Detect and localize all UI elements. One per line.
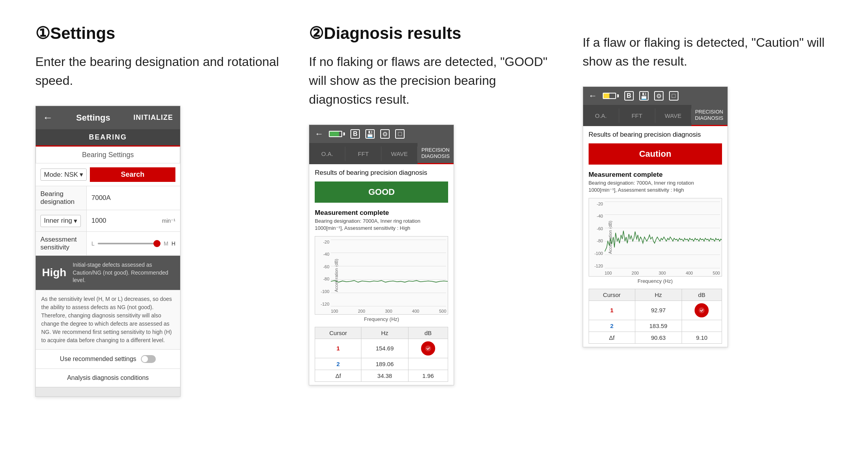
hz-delta: 34.38 xyxy=(361,370,408,381)
good-battery-bar xyxy=(329,131,342,137)
caution-diag-phone: ← B 💾 ⚙ □ O.A. FFT WAVE xyxy=(583,86,728,347)
caution-col-hz: Hz xyxy=(635,289,682,301)
settings-title: ①Settings xyxy=(35,24,285,43)
caution-result-section: If a flaw or flaking is detected, "Cauti… xyxy=(571,24,844,433)
caution-desc: If a flaw or flaking is detected, "Cauti… xyxy=(583,33,833,71)
table-row-1: 1 154.69 xyxy=(315,339,448,358)
sensitivity-value: High xyxy=(42,266,66,279)
caution-tab-fft[interactable]: FFT xyxy=(619,108,655,123)
good-diag-phone: ← B 💾 ⚙ □ O.A. FFT WAVE xyxy=(309,125,454,385)
back-arrow-icon[interactable]: ← xyxy=(43,112,53,124)
db-2 xyxy=(408,358,448,370)
caution-battery-icon xyxy=(603,93,619,99)
phone-header: ← Settings INITIALIZE xyxy=(36,106,180,129)
analysis-row[interactable]: Analysis diagnosis conditions xyxy=(36,368,180,387)
caution-cursor-icon-1 xyxy=(695,303,709,317)
cursor-1: 1 xyxy=(315,339,361,358)
caution-tab-wave[interactable]: WAVE xyxy=(655,108,691,123)
rpm-value[interactable]: 1000 xyxy=(91,217,159,225)
search-button[interactable]: Search xyxy=(90,167,175,182)
good-back-arrow[interactable]: ← xyxy=(315,129,323,139)
good-battery-tip xyxy=(343,132,345,136)
assessment-sensitivity-row: Assessmentsensitivity L M H xyxy=(36,232,180,256)
caution-cursor-delta: Δf xyxy=(589,332,635,343)
recommended-toggle[interactable] xyxy=(141,355,156,363)
caution-battery-fill xyxy=(604,93,609,98)
caution-tab-precision[interactable]: PRECISIONDIAGNOSIS xyxy=(691,105,728,126)
caution-chart-svg xyxy=(605,202,722,268)
bearing-tab[interactable]: BEARING xyxy=(36,129,180,147)
inner-ring-dropdown-icon: ▾ xyxy=(74,217,77,225)
good-x-labels: 100200300400500 xyxy=(331,309,446,313)
header-title: Settings xyxy=(76,113,110,123)
good-result-title: ②Diagnosis results xyxy=(309,24,559,43)
caution-save-icon: 💾 xyxy=(639,91,649,101)
caution-y-axis: -20 -40 -60 -80 -100 -120 xyxy=(589,198,605,276)
good-battery-icon xyxy=(329,131,345,137)
good-tab-oa[interactable]: O.A. xyxy=(309,147,345,161)
settings-phone-ui: ← Settings INITIALIZE BEARING Bearing Se… xyxy=(35,106,181,397)
good-diag-tabs: O.A. FFT WAVE PRECISIONDIAGNOSIS xyxy=(309,143,454,164)
caution-cursor-1: 1 xyxy=(589,301,635,320)
slider-label-m: M xyxy=(164,240,168,247)
bearing-designation-value[interactable]: 7000A xyxy=(87,190,180,206)
caution-back-arrow[interactable]: ← xyxy=(589,91,597,101)
bearing-designation-label: Bearingdesignation xyxy=(36,186,87,210)
bottom-partial xyxy=(36,387,180,396)
caution-cursor-2: 2 xyxy=(589,320,635,332)
good-bluetooth-icon: B xyxy=(350,129,360,139)
table-row-2: 2 189.06 xyxy=(315,358,448,370)
caution-square-icon: □ xyxy=(669,91,678,101)
good-tab-fft[interactable]: FFT xyxy=(345,147,381,161)
analysis-label: Analysis diagnosis conditions xyxy=(67,374,149,381)
good-diag-header: ← B 💾 ⚙ □ xyxy=(309,125,454,143)
caution-tab-oa[interactable]: O.A. xyxy=(583,108,619,123)
caution-battery-tip xyxy=(617,94,619,97)
cursor-icon-1 xyxy=(421,341,435,356)
mode-search-row: Mode: NSK ▾ Search xyxy=(36,163,180,186)
table-row-delta: Δf 34.38 1.96 xyxy=(315,370,448,381)
mode-label: Mode: NSK xyxy=(44,171,78,179)
good-tab-precision[interactable]: PRECISIONDIAGNOSIS xyxy=(418,143,454,164)
caution-battery-bar xyxy=(603,93,616,99)
caution-table-header-row: Cursor Hz dB xyxy=(589,289,722,301)
inner-ring-label: Inner ring ▾ xyxy=(36,210,87,231)
col-hz: Hz xyxy=(361,327,408,339)
caution-db-1 xyxy=(682,301,722,320)
caution-table-row-1: 1 92.97 xyxy=(589,301,722,320)
good-y-axis: -20 -40 -60 -80 -100 -120 xyxy=(315,236,331,314)
caution-gear-icon: ⚙ xyxy=(654,91,664,101)
hz-2: 189.06 xyxy=(361,358,408,370)
mode-select[interactable]: Mode: NSK ▾ xyxy=(40,169,87,181)
caution-col-db: dB xyxy=(682,289,722,301)
inner-ring-select[interactable]: Inner ring ▾ xyxy=(40,215,81,227)
good-square-icon: □ xyxy=(395,129,405,139)
slider-label-h: H xyxy=(171,240,175,247)
col-db: dB xyxy=(408,327,448,339)
good-result-box: GOOD xyxy=(315,181,448,203)
good-result-title-label: Results of bearing precision diagnosis xyxy=(309,164,454,179)
settings-body: Bearing Settings Mode: NSK ▾ Search Bear… xyxy=(36,147,180,396)
good-freq-label: Frequency (Hz) xyxy=(309,316,454,324)
good-battery-fill xyxy=(330,132,339,136)
recommended-row: Use recommended settings xyxy=(36,349,180,368)
slider-track[interactable] xyxy=(98,243,160,244)
slider-thumb[interactable] xyxy=(153,240,160,247)
caution-data-table: Cursor Hz dB 1 92.97 2 183.5 xyxy=(589,289,722,344)
table-header-row: Cursor Hz dB xyxy=(315,327,448,339)
caution-bluetooth-icon: B xyxy=(624,91,634,101)
caution-chart-main: Acceleration (dB) 100200300400500 xyxy=(605,198,722,276)
sensitivity-desc: Initial-stage defects assessed as Cautio… xyxy=(73,261,174,284)
good-tab-wave[interactable]: WAVE xyxy=(381,147,418,161)
cursor-2: 2 xyxy=(315,358,361,370)
caution-table-row-delta: Δf 90.63 9.10 xyxy=(589,332,722,343)
cursor-delta: Δf xyxy=(315,370,361,381)
slider-container: L M H xyxy=(87,236,180,251)
settings-desc: Enter the bearing designation and rotati… xyxy=(35,52,285,90)
slider-label-l: L xyxy=(91,240,95,247)
caution-measurement-title: Measurement complete xyxy=(583,167,728,180)
initialize-button[interactable]: INITIALIZE xyxy=(133,114,173,122)
inner-ring-value: 1000 min⁻¹ xyxy=(87,213,180,229)
good-chart-area: -20 -40 -60 -80 -100 -120 Acceleration (… xyxy=(315,236,448,315)
caution-result-box: Caution xyxy=(589,143,722,165)
